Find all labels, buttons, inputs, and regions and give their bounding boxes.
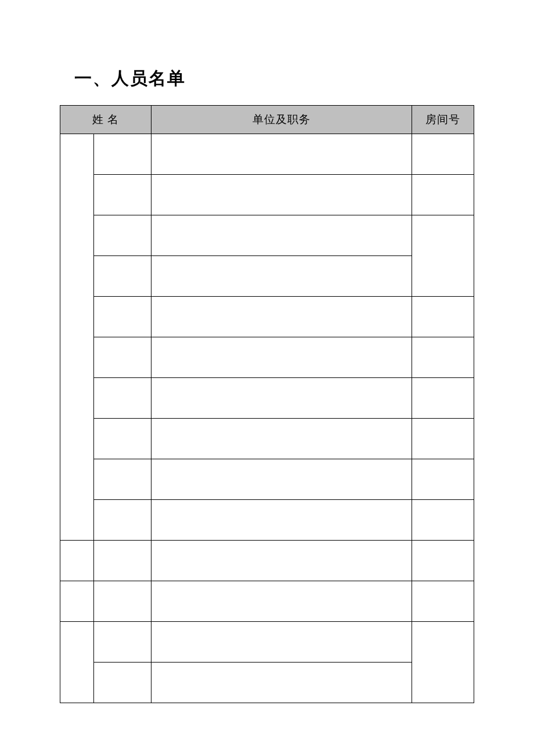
table-row <box>60 581 474 622</box>
table-row <box>60 459 474 500</box>
header-unit: 单位及职务 <box>151 106 412 134</box>
table-row <box>60 663 474 703</box>
cell-room <box>412 622 474 703</box>
cell-name <box>93 215 151 256</box>
cell-group <box>60 134 94 541</box>
cell-unit <box>151 134 412 175</box>
cell-unit <box>151 663 412 703</box>
cell-room <box>412 215 474 297</box>
cell-room <box>412 175 474 215</box>
table-row <box>60 297 474 337</box>
cell-room <box>412 500 474 541</box>
header-room: 房间号 <box>412 106 474 134</box>
cell-room <box>412 297 474 337</box>
table-row <box>60 215 474 256</box>
cell-name <box>93 256 151 297</box>
cell-name <box>93 581 151 622</box>
table-row <box>60 419 474 459</box>
cell-unit <box>151 378 412 419</box>
cell-name <box>93 297 151 337</box>
table-row <box>60 134 474 175</box>
cell-name <box>93 378 151 419</box>
personnel-table-container: 姓 名 单位及职务 房间号 <box>60 105 474 703</box>
cell-name <box>93 419 151 459</box>
cell-room <box>412 419 474 459</box>
cell-unit <box>151 215 412 256</box>
cell-unit <box>151 419 412 459</box>
header-name: 姓 名 <box>60 106 151 134</box>
cell-room <box>412 378 474 419</box>
cell-name <box>93 541 151 581</box>
cell-room <box>412 581 474 622</box>
cell-group <box>60 581 94 622</box>
table-row <box>60 256 474 297</box>
cell-unit <box>151 175 412 215</box>
cell-unit <box>151 337 412 378</box>
cell-unit <box>151 500 412 541</box>
cell-name <box>93 134 151 175</box>
cell-room <box>412 337 474 378</box>
cell-name <box>93 459 151 500</box>
cell-unit <box>151 297 412 337</box>
cell-unit <box>151 581 412 622</box>
cell-unit <box>151 622 412 663</box>
table-header-row: 姓 名 单位及职务 房间号 <box>60 106 474 134</box>
cell-unit <box>151 256 412 297</box>
cell-room <box>412 541 474 581</box>
table-row <box>60 337 474 378</box>
cell-group <box>60 541 94 581</box>
cell-unit <box>151 459 412 500</box>
cell-name <box>93 337 151 378</box>
table-row <box>60 541 474 581</box>
table-row <box>60 378 474 419</box>
cell-room <box>412 459 474 500</box>
cell-name <box>93 622 151 663</box>
cell-room <box>412 134 474 175</box>
table-row <box>60 622 474 663</box>
table-row <box>60 500 474 541</box>
cell-unit <box>151 541 412 581</box>
cell-group <box>60 622 94 703</box>
table-row <box>60 175 474 215</box>
cell-name <box>93 500 151 541</box>
personnel-table: 姓 名 单位及职务 房间号 <box>60 105 474 703</box>
cell-name <box>93 175 151 215</box>
cell-name <box>93 663 151 703</box>
page-title: 一、人员名单 <box>74 67 186 91</box>
